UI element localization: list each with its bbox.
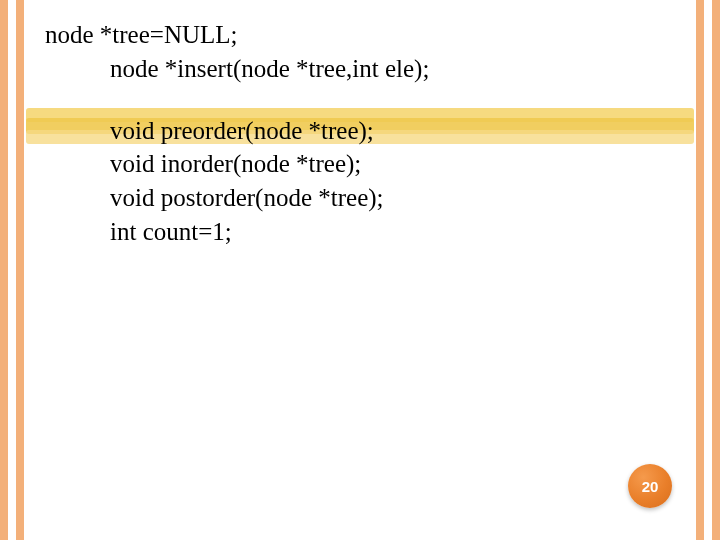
blank-line [45,86,675,114]
page-number-badge: 20 [628,464,672,508]
left-stripe-outer [0,0,8,540]
page-number: 20 [642,478,659,495]
right-stripe-inner [696,0,704,540]
right-stripe-gap [704,0,712,540]
code-line-6: int count=1; [45,215,675,249]
code-line-1: node *tree=NULL; [45,18,675,52]
code-line-3: void preorder(node *tree); [45,114,675,148]
left-stripe-inner [16,0,24,540]
code-block: node *tree=NULL; node *insert(node *tree… [45,18,675,249]
right-stripe-outer [712,0,720,540]
code-line-2: node *insert(node *tree,int ele); [45,52,675,86]
code-line-5: void postorder(node *tree); [45,181,675,215]
left-stripe-gap [8,0,16,540]
code-line-4: void inorder(node *tree); [45,147,675,181]
